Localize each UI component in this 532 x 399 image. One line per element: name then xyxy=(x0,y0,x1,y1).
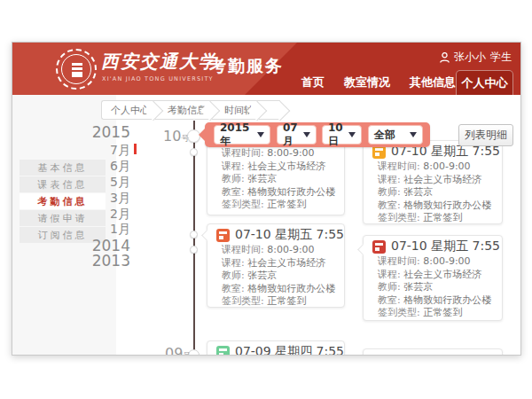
nav-tab-personal-center[interactable]: 个人中心 xyxy=(456,70,513,95)
field-label: 教师: xyxy=(378,186,401,198)
main-nav: 首页 教室情况 其他信息 xyxy=(301,74,456,90)
field-value: 张芸京 xyxy=(403,281,433,293)
user-role: 学生 xyxy=(490,50,512,65)
field-value: 社会主义市场经济 xyxy=(403,174,481,185)
card-pointer xyxy=(357,244,369,255)
timeline-entry-jan[interactable]: 1月 xyxy=(61,222,130,238)
calendar-icon xyxy=(216,229,230,242)
field-label: 课程: xyxy=(222,257,245,269)
timeline-axis xyxy=(193,121,196,356)
field-label: 课程: xyxy=(378,174,401,185)
day-select-value: 10日 xyxy=(328,121,345,149)
timeline-entry-jul[interactable]: 7月 xyxy=(61,143,130,159)
field-value: 格物致知行政办公楼 xyxy=(247,186,335,198)
chevron-down-icon xyxy=(303,132,310,137)
calendar-icon xyxy=(216,346,230,356)
field-label: 签到类型: xyxy=(222,295,264,307)
field-label: 教室: xyxy=(378,294,401,306)
field-value: 格物致知行政办公楼 xyxy=(247,283,335,294)
card-header: 07-10 星期五 7:55 xyxy=(372,239,493,254)
field-value: 正常签到 xyxy=(267,199,306,210)
field-label: 签到类型: xyxy=(378,212,420,223)
university-logo-inner-ring xyxy=(61,54,91,84)
list-detail-button[interactable]: 列表明细 xyxy=(458,124,513,146)
timeline-entry-may[interactable]: 5月 xyxy=(61,175,130,191)
field-label: 课程: xyxy=(222,160,245,172)
card-fields: 课程时间: 8:00-9:00 课程: 社会主义市场经济 教师: 张芸京 教室:… xyxy=(372,160,493,225)
nav-item-home[interactable]: 首页 xyxy=(301,74,325,90)
card-fields: 课程时间: 8:00-9:00 课程: 社会主义市场经济 教师: 张芸京 教室:… xyxy=(372,255,493,320)
university-logo xyxy=(56,49,97,90)
field-label: 签到类型: xyxy=(222,199,264,210)
breadcrumb: 个人中心 考勤信息 时间轴 xyxy=(101,100,280,120)
field-value: 张芸京 xyxy=(403,186,433,198)
field-value: 社会主义市场经济 xyxy=(247,160,325,172)
day-select[interactable]: 10日 xyxy=(322,125,362,145)
card-fields: 课程时间: 8:00-9:00 课程: 社会主义市场经济 教师: 张芸京 教室:… xyxy=(216,244,335,309)
card-header: 07-09 星期四 7:55 xyxy=(216,345,335,356)
field-value: 社会主义市场经济 xyxy=(403,269,481,280)
person-icon xyxy=(440,52,450,63)
nav-item-classrooms[interactable]: 教室情况 xyxy=(344,74,390,90)
attendance-card-right-top: 07-10 星期五 7:55 课程时间: 8:00-9:00 课程: 社会主义市… xyxy=(363,140,503,224)
attendance-card-bottom-right-partial xyxy=(363,348,503,356)
field-label: 教室: xyxy=(222,186,245,198)
field-label: 教师: xyxy=(222,173,245,184)
day-number: 09 xyxy=(165,345,183,356)
chevron-down-icon xyxy=(348,132,356,137)
field-value: 格物致知行政办公楼 xyxy=(403,294,491,306)
user-name: 张小小 xyxy=(454,50,486,65)
app-window: 西安交通大学 XI'AN JIAO TONG UNIVERSITY 考勤服务 张… xyxy=(12,42,521,356)
field-value: 正常签到 xyxy=(267,295,306,307)
card-date: 07-09 星期四 7:55 xyxy=(235,344,344,356)
card-date: 07-10 星期五 7:55 xyxy=(235,227,344,243)
attendance-card-left-mid: 07-10 星期五 7:55 课程时间: 8:00-9:00 课程: 社会主义市… xyxy=(207,223,345,308)
chevron-down-icon xyxy=(257,132,264,137)
month-select[interactable]: 07月 xyxy=(277,125,317,145)
year-select[interactable]: 2015年 xyxy=(214,125,270,145)
field-label: 教室: xyxy=(222,283,245,294)
timeline-dot-small xyxy=(190,231,198,239)
field-label: 签到类型: xyxy=(378,307,420,318)
field-label: 教师: xyxy=(378,281,401,293)
timeline-dot-small xyxy=(190,246,198,254)
timeline-entry-feb[interactable]: 2月 xyxy=(61,207,130,223)
field-value: 张芸京 xyxy=(247,270,277,281)
field-value: 格物致知行政办公楼 xyxy=(403,200,491,211)
year-select-value: 2015年 xyxy=(220,121,254,149)
calendar-icon xyxy=(372,240,386,254)
field-label: 课程时间: xyxy=(222,244,264,255)
day-suffix: 号 xyxy=(181,134,189,143)
field-value: 社会主义市场经济 xyxy=(247,257,325,269)
card-header: 07-10 星期五 7:55 xyxy=(216,228,335,242)
day-number: 10 xyxy=(163,128,181,145)
field-label: 课程时间: xyxy=(378,160,420,172)
field-value: 张芸京 xyxy=(247,173,277,184)
app-title: 考勤服务 xyxy=(209,55,284,78)
attendance-card-bottom-left: 07-09 星期四 7:55 xyxy=(207,340,345,356)
timeline-entry-mar[interactable]: 3月 xyxy=(61,191,130,207)
timeline-entry-jun[interactable]: 6月 xyxy=(61,159,130,175)
nav-item-other[interactable]: 其他信息 xyxy=(410,74,456,90)
field-label: 课程: xyxy=(378,269,401,280)
timeline-dot-small xyxy=(190,148,198,156)
breadcrumb-item-personal-center[interactable]: 个人中心 xyxy=(101,100,153,120)
month-select-value: 07月 xyxy=(283,121,300,149)
field-value: 8:00-9:00 xyxy=(423,160,470,172)
chevron-down-icon xyxy=(410,132,417,137)
user-info[interactable]: 张小小 学生 xyxy=(440,50,512,65)
category-select[interactable]: 全部 xyxy=(368,125,423,145)
field-label: 课程时间: xyxy=(222,147,264,159)
field-value: 正常签到 xyxy=(423,212,462,223)
field-label: 教师: xyxy=(222,270,245,281)
header: 西安交通大学 XI'AN JIAO TONG UNIVERSITY 考勤服务 张… xyxy=(12,43,521,95)
day-suffix: 号 xyxy=(183,351,191,356)
card-fields: 课程时间: 8:00-9:00 课程: 社会主义市场经济 教师: 张芸京 教室:… xyxy=(216,147,335,212)
field-value: 8:00-9:00 xyxy=(267,147,314,159)
card-pointer xyxy=(201,230,213,241)
attendance-card-right-mid: 07-10 星期五 7:55 课程时间: 8:00-9:00 课程: 社会主义市… xyxy=(363,235,503,321)
field-label: 课程时间: xyxy=(378,255,420,267)
timeline-entry-2013[interactable]: 2013 xyxy=(61,252,130,270)
timeline-entry-2015[interactable]: 2015 xyxy=(61,123,130,141)
field-label: 教室: xyxy=(378,200,401,211)
